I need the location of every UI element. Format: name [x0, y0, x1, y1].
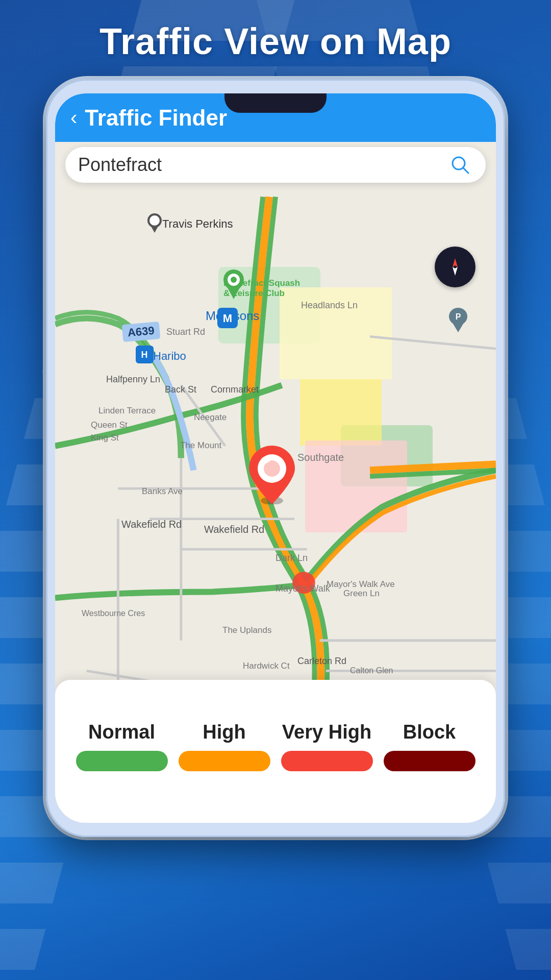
- map-label-travis: Travis Perkins: [162, 217, 233, 231]
- main-location-pin: [249, 446, 295, 506]
- legend-label-high: High: [203, 721, 245, 743]
- legend-item-block: Block: [378, 721, 481, 771]
- map-label-neegate: Neegate: [194, 412, 227, 423]
- map-label-theuplands: The Uplands: [222, 625, 271, 635]
- svg-text:P: P: [456, 312, 461, 321]
- map-label-caltongl: Calton Glen: [350, 666, 393, 675]
- search-button[interactable]: [447, 152, 473, 178]
- legend-label-block: Block: [403, 721, 456, 743]
- map-label-stuartrd: Stuart Rd: [166, 327, 205, 337]
- legend-item-normal: Normal: [70, 721, 173, 771]
- app-title: Traffic Finder: [85, 105, 227, 131]
- map-label-banksave: Banks Ave: [142, 486, 183, 497]
- map-label-themount: The Mount: [180, 440, 221, 451]
- legend-item-high: High: [173, 721, 276, 771]
- back-button[interactable]: ‹: [70, 106, 77, 129]
- legend-item-very-high: Very High: [276, 721, 378, 771]
- map-label-mayorswalk: Mayor's Walk: [276, 583, 330, 594]
- search-input[interactable]: Pontefract: [78, 154, 447, 176]
- phone-frame: Travis Perkins Morrisons Haribo Halfpenn…: [46, 79, 505, 837]
- map-label-headlandsln: Headlands Ln: [301, 300, 358, 311]
- legend-panel: Normal High Very High Block: [55, 680, 496, 823]
- svg-point-17: [231, 277, 237, 283]
- legend-label-normal: Normal: [88, 721, 155, 743]
- svg-marker-30: [453, 267, 458, 276]
- map-label-greenln: Green Ln: [343, 589, 380, 599]
- map-label-backst: Back St: [165, 384, 196, 395]
- haribo-marker: H: [136, 346, 154, 365]
- map-label-cornmarket: Cornmarket: [211, 384, 259, 395]
- svg-text:H: H: [141, 350, 148, 360]
- map-label-wakefield1: Wakefield Rd: [121, 519, 182, 530]
- morrisons-marker: M: [217, 308, 238, 330]
- svg-marker-29: [453, 258, 458, 267]
- svg-line-32: [463, 168, 468, 173]
- svg-point-13: [149, 215, 160, 226]
- legend-bar-very-high: [281, 751, 373, 771]
- legend-bar-block: [384, 751, 475, 771]
- map-label-queenst: Queen St: [91, 420, 128, 430]
- svg-line-10: [370, 336, 496, 349]
- legend-bar-normal: [76, 751, 168, 771]
- svg-marker-27: [452, 322, 464, 332]
- map-label-mayorswalkave: Mayor's Walk Ave: [327, 579, 395, 590]
- compass-button[interactable]: [435, 247, 475, 287]
- map-label-haribo: Haribo: [153, 350, 186, 363]
- svg-text:M: M: [223, 312, 232, 325]
- map-label-halfpenny: Halfpenny Ln: [106, 374, 160, 385]
- search-bar[interactable]: Pontefract: [65, 147, 486, 183]
- map-label-carletonrd: Carleton Rd: [297, 656, 346, 667]
- svg-marker-15: [227, 286, 241, 299]
- map-label-linden: Linden Terrace: [98, 406, 156, 416]
- map-label-westbourne: Westbourne Cres: [82, 609, 145, 618]
- phone-notch: [224, 93, 327, 113]
- legend-label-very-high: Very High: [282, 721, 371, 743]
- map-label-darkln: Dark Ln: [276, 553, 308, 564]
- road-badge-a639: A639: [122, 322, 160, 342]
- map-label-wakefield2: Wakefield Rd: [204, 524, 264, 535]
- map-label-southgate: Southgate: [297, 452, 344, 463]
- parking-marker: P: [448, 308, 468, 334]
- legend-bar-high: [179, 751, 270, 771]
- travis-perkins-marker: [147, 213, 162, 233]
- map-label-hardwickct: Hardwick Ct: [243, 661, 290, 671]
- phone-screen: Travis Perkins Morrisons Haribo Halfpenn…: [55, 93, 496, 823]
- page-title: Traffic View on Map: [0, 20, 551, 62]
- map-label-kingst: King St: [91, 433, 119, 443]
- green-location-marker: [222, 270, 245, 301]
